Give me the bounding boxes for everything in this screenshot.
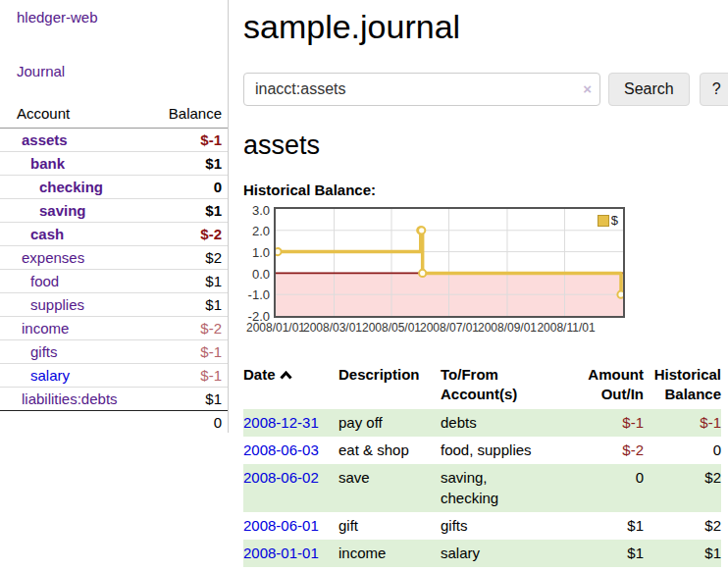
account-link-liabilities-debts[interactable]: liabilities:debts bbox=[17, 390, 118, 407]
register-description: income bbox=[338, 540, 441, 567]
balance-column-header: Balance bbox=[169, 105, 222, 122]
register-amount: $-1 bbox=[568, 409, 644, 437]
account-balance: $1 bbox=[205, 155, 222, 172]
register-date: 2008-06-03 bbox=[243, 437, 338, 464]
page-title: sample.journal bbox=[243, 8, 721, 46]
register-row: 2008-06-03 eat & shop food, supplies $-2… bbox=[243, 437, 721, 464]
x-axis-label: 2008/07/01 bbox=[420, 321, 479, 335]
account-page-title: assets bbox=[243, 130, 721, 161]
register-row: 2008-01-01 income salary $1 $1 bbox=[243, 540, 721, 567]
account-balance: $1 bbox=[205, 390, 222, 407]
account-balance: $1 bbox=[205, 202, 222, 219]
transaction-date-link[interactable]: 2008-01-01 bbox=[243, 545, 319, 561]
account-row: bank $1 bbox=[0, 152, 228, 176]
account-link-cash[interactable]: cash bbox=[17, 226, 64, 242]
register-accounts: debts bbox=[441, 409, 568, 437]
register-date: 2008-06-01 bbox=[243, 512, 338, 540]
main-content: sample.journal × Search ? assets Histori… bbox=[243, 0, 721, 567]
account-link-bank[interactable]: bank bbox=[17, 155, 65, 172]
y-axis-label: 0.0 bbox=[252, 267, 270, 282]
account-row: income $-2 bbox=[0, 317, 228, 340]
register-balance: $2 bbox=[644, 464, 721, 512]
account-column-header: Account bbox=[17, 105, 70, 122]
sidebar-item-journal[interactable]: Journal bbox=[17, 63, 228, 79]
account-balance: $-1 bbox=[200, 131, 222, 148]
y-axis-label: 2.0 bbox=[252, 224, 270, 238]
transaction-date-link[interactable]: 2008-06-03 bbox=[243, 441, 319, 458]
transaction-date-link[interactable]: 2008-06-01 bbox=[243, 517, 319, 534]
search-input[interactable] bbox=[243, 73, 600, 106]
register-amount: $1 bbox=[568, 512, 644, 540]
accounts-table: Account Balance assets $-1 bank $1 check… bbox=[0, 101, 228, 431]
register-balance: 0 bbox=[644, 437, 721, 464]
accounts-total-value: 0 bbox=[214, 414, 222, 431]
y-axis-label: -1.0 bbox=[248, 287, 270, 302]
register-header-amount: Amount Out/In bbox=[568, 363, 644, 409]
account-link-food[interactable]: food bbox=[17, 273, 59, 289]
app-title-link[interactable]: hledger-web bbox=[17, 9, 228, 26]
transaction-date-link[interactable]: 2008-06-02 bbox=[243, 469, 319, 486]
register-date: 2008-01-01 bbox=[243, 540, 338, 567]
account-row: food $1 bbox=[0, 270, 228, 293]
register-table: Date Description To/From Account(s) Amou… bbox=[243, 363, 721, 567]
x-axis: 2008/01/01 2008/03/01 2008/05/01 2008/07… bbox=[274, 321, 625, 337]
transaction-date-link[interactable]: 2008-12-31 bbox=[243, 414, 319, 431]
register-row: 2008-12-31 pay off debts $-1 $-1 bbox=[243, 409, 721, 437]
y-axis-label: 1.0 bbox=[252, 245, 270, 260]
legend-swatch-icon bbox=[598, 215, 609, 227]
x-axis-label: 2008/11/01 bbox=[537, 321, 595, 335]
account-row: checking 0 bbox=[0, 176, 228, 199]
account-link-assets[interactable]: assets bbox=[17, 131, 68, 148]
search-button[interactable]: Search bbox=[608, 73, 690, 106]
chart-title: Historical Balance: bbox=[243, 182, 721, 198]
register-header-date[interactable]: Date bbox=[243, 363, 338, 409]
account-link-saving[interactable]: saving bbox=[17, 202, 86, 219]
register-row: 2008-06-02 save saving, checking 0 $2 bbox=[243, 464, 721, 512]
search-form: × Search ? bbox=[243, 73, 721, 106]
account-link-income[interactable]: income bbox=[17, 320, 69, 337]
account-link-gifts[interactable]: gifts bbox=[17, 343, 58, 360]
account-balance: $2 bbox=[205, 249, 222, 266]
sort-ascending-icon bbox=[280, 365, 292, 385]
account-link-supplies[interactable]: supplies bbox=[17, 296, 84, 313]
account-balance: 0 bbox=[214, 179, 222, 195]
register-accounts: food, supplies bbox=[441, 437, 568, 464]
register-balance: $-1 bbox=[644, 409, 721, 437]
register-amount: 0 bbox=[568, 464, 644, 512]
account-link-salary[interactable]: salary bbox=[17, 367, 70, 384]
account-row: supplies $1 bbox=[0, 293, 228, 317]
help-button[interactable]: ? bbox=[700, 73, 728, 106]
clear-search-icon[interactable]: × bbox=[583, 80, 592, 97]
register-date: 2008-12-31 bbox=[243, 409, 338, 437]
register-description: pay off bbox=[338, 409, 441, 437]
register-description: gift bbox=[338, 512, 441, 540]
account-balance: $1 bbox=[205, 273, 222, 289]
register-description: eat & shop bbox=[338, 437, 441, 464]
sidebar: hledger-web Journal Account Balance asse… bbox=[0, 0, 229, 433]
account-row: assets $-1 bbox=[0, 129, 228, 152]
register-balance: $1 bbox=[644, 540, 721, 567]
account-link-checking[interactable]: checking bbox=[17, 179, 103, 195]
account-row: expenses $2 bbox=[0, 246, 228, 270]
account-row: cash $-2 bbox=[0, 223, 228, 246]
register-accounts: gifts bbox=[441, 512, 568, 540]
balance-chart: 3.0 2.0 1.0 0.0 -1.0 -2.0 $ 2008/01/01 2… bbox=[243, 207, 721, 344]
x-axis-label: 2008/01/01 bbox=[246, 321, 305, 335]
register-header-balance: Historical Balance bbox=[644, 363, 721, 409]
account-balance: $-1 bbox=[200, 367, 222, 384]
account-balance: $-2 bbox=[200, 320, 222, 337]
account-row: liabilities:debts $1 bbox=[0, 388, 228, 411]
account-row: saving $1 bbox=[0, 199, 228, 223]
y-axis-label: 3.0 bbox=[252, 203, 270, 218]
y-axis: 3.0 2.0 1.0 0.0 -1.0 -2.0 bbox=[243, 207, 270, 318]
register-header-description: Description bbox=[338, 363, 441, 409]
x-axis-label: 2008/05/01 bbox=[362, 321, 421, 335]
register-description: save bbox=[338, 464, 441, 512]
register-row: 2008-06-01 gift gifts $1 $2 bbox=[243, 512, 721, 540]
account-balance: $-2 bbox=[200, 226, 222, 242]
account-link-expenses[interactable]: expenses bbox=[17, 249, 84, 266]
x-axis-label: 2008/09/01 bbox=[478, 321, 537, 335]
register-amount: $-2 bbox=[568, 437, 644, 464]
register-balance: $2 bbox=[644, 512, 721, 540]
account-balance: $-1 bbox=[200, 343, 222, 360]
